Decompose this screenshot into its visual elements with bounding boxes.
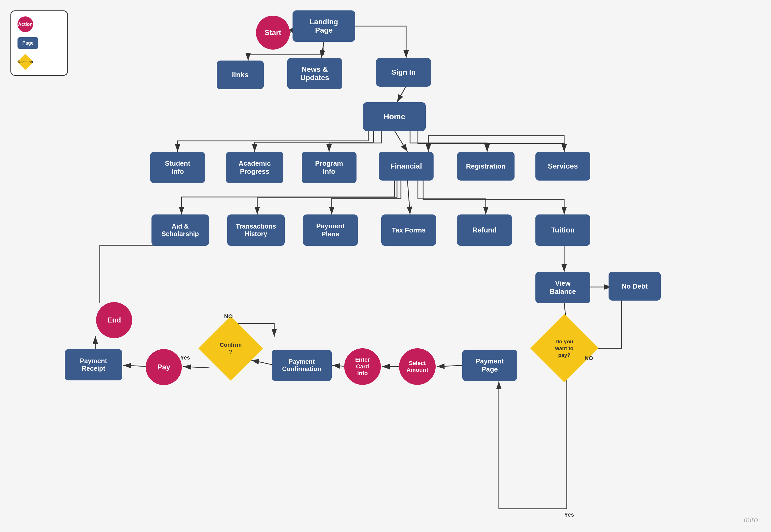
tax-forms-node: Tax Forms <box>381 214 436 246</box>
financial-node: Financial <box>379 152 434 181</box>
confirm-node: Confirm? <box>199 316 263 381</box>
aid-scholarship-node: Aid &Scholarship <box>151 214 209 246</box>
refund-node: Refund <box>457 214 512 246</box>
pay-node: Pay <box>146 349 182 385</box>
payment-confirmation-node: PaymentConfirmation <box>272 350 332 381</box>
legend-decision-icon: Decision <box>17 54 33 70</box>
flowchart: Action Page Decision <box>0 0 771 532</box>
svg-line-2 <box>321 42 324 58</box>
no-label-confirm: NO <box>224 313 233 320</box>
svg-line-5 <box>407 180 410 214</box>
svg-line-13 <box>183 367 210 368</box>
svg-line-4 <box>394 130 407 152</box>
program-info-node: ProgramInfo <box>302 152 357 183</box>
enter-card-info-node: EnterCardInfo <box>344 348 381 385</box>
legend-page-label: Page <box>22 40 33 46</box>
payment-page-node: PaymentPage <box>462 350 517 381</box>
yes-label-bottom: Yes <box>564 511 574 518</box>
student-info-node: StudentInfo <box>150 152 205 183</box>
payment-receipt-node: PaymentReceipt <box>65 349 122 380</box>
academic-progress-node: AcademicProgress <box>226 152 283 183</box>
do-you-want-to-pay-node: Do youwant topay? <box>530 314 599 382</box>
legend-page-icon: Page <box>17 37 38 49</box>
links-node: links <box>217 61 264 89</box>
no-label-pay: NO <box>585 355 593 362</box>
view-balance-node: ViewBalance <box>535 272 590 303</box>
no-debt-node: No Debt <box>609 272 661 301</box>
legend-decision: Decision <box>17 54 61 70</box>
payment-plans-node: PaymentPlans <box>303 214 358 246</box>
start-node: Start <box>256 16 290 50</box>
end-node: End <box>96 302 132 338</box>
legend-decision-label: Decision <box>18 60 33 64</box>
legend-action-label: Action <box>18 22 33 27</box>
svg-line-12 <box>251 360 275 365</box>
sign-in-node: Sign In <box>376 58 431 87</box>
services-node: Services <box>535 152 590 181</box>
svg-line-9 <box>437 365 465 367</box>
legend-page: Page <box>17 37 61 49</box>
transactions-history-node: TransactionsHistory <box>227 214 285 246</box>
legend-action-icon: Action <box>17 16 33 32</box>
legend: Action Page Decision <box>10 10 68 76</box>
select-amount-node: SelectAmount <box>399 348 436 385</box>
yes-label-pay: Yes <box>180 354 190 361</box>
registration-node: Registration <box>457 152 514 181</box>
svg-line-3 <box>397 86 406 102</box>
legend-action: Action <box>17 16 61 32</box>
tuition-node: Tuition <box>535 214 590 246</box>
watermark: miro <box>744 516 758 524</box>
news-updates-node: News &Updates <box>287 58 342 89</box>
landing-page-node: LandingPage <box>293 10 355 42</box>
svg-line-14 <box>123 365 149 367</box>
home-node: Home <box>363 102 426 131</box>
